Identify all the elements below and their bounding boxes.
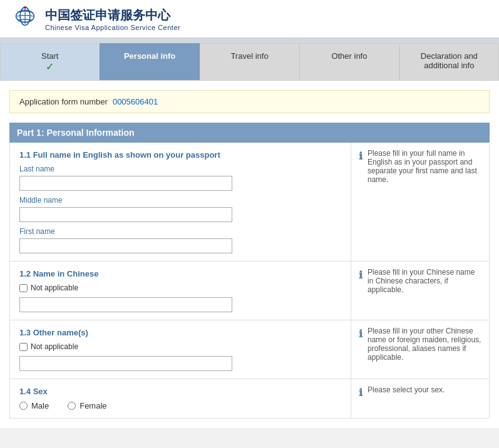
- logo-english: Chinese Visa Application Service Center: [45, 24, 180, 31]
- field-other-names-hint: ℹ Please fill in your other Chinese name…: [351, 320, 489, 379]
- top-separator: [0, 38, 499, 43]
- tab-start-checkmark: ✓: [6, 61, 94, 73]
- info-icon-other-names: ℹ: [359, 328, 363, 372]
- hint-sex-text: Please select your sex.: [368, 385, 445, 412]
- chinese-name-checkbox-label: Not applicable: [31, 283, 78, 292]
- sex-female-item: Female: [68, 401, 106, 410]
- other-names-checkbox-label: Not applicable: [31, 342, 78, 351]
- field-chinese-name-title: 1.2 Name in Chinese: [19, 269, 341, 278]
- page-header: 中国签证申请服务中心 Chinese Visa Application Serv…: [0, 0, 499, 38]
- field-other-names-title: 1.3 Other name(s): [19, 328, 341, 337]
- field-chinese-name-hint: ℹ Please fill in your Chinese name in Ch…: [351, 262, 489, 320]
- label-lastname: Last name: [19, 165, 341, 173]
- app-number-value: 0005606401: [113, 97, 158, 106]
- tab-start-label: Start: [41, 51, 58, 61]
- field-chinese-name-left: 1.2 Name in Chinese Not applicable: [10, 262, 351, 320]
- chinese-name-checkbox[interactable]: [19, 284, 28, 292]
- tab-other-info-label: Other info: [331, 51, 367, 61]
- tab-declaration[interactable]: Declaration and additional info: [399, 43, 499, 80]
- tab-other-info[interactable]: Other info: [299, 43, 399, 80]
- chinese-name-checkbox-row: Not applicable: [19, 283, 341, 292]
- tab-personal-info-label: Personal info: [124, 51, 175, 61]
- logo-icon: [13, 6, 38, 31]
- field-fullname-title: 1.1 Full name in English as shown on you…: [19, 150, 341, 160]
- info-icon-chinese-name: ℹ: [359, 269, 363, 313]
- input-middlename[interactable]: [19, 207, 232, 222]
- tab-start[interactable]: Start ✓: [0, 43, 100, 80]
- field-fullname-left: 1.1 Full name in English as shown on you…: [10, 143, 351, 261]
- input-other-names[interactable]: [19, 356, 232, 371]
- field-sex-left: 1.4 Sex Male Female: [10, 379, 351, 418]
- field-fullname-hint: ℹ Please fill in your full name in Engli…: [351, 143, 489, 261]
- radio-female[interactable]: [68, 402, 76, 410]
- tab-travel-info[interactable]: Travel info: [200, 43, 299, 80]
- hint-other-names-text: Please fill in your other Chinese name o…: [368, 327, 481, 372]
- field-chinese-name-row: 1.2 Name in Chinese Not applicable ℹ Ple…: [10, 262, 489, 320]
- radio-male[interactable]: [19, 402, 28, 410]
- label-female: Female: [80, 401, 106, 410]
- field-other-names-left: 1.3 Other name(s) Not applicable: [10, 320, 351, 379]
- main-content: Application form number 0005606401 Part …: [0, 81, 499, 428]
- field-sex-row: 1.4 Sex Male Female ℹ Please select your…: [10, 379, 489, 418]
- label-middlename: Middle name: [19, 196, 341, 205]
- sex-radio-row: Male Female: [19, 401, 341, 410]
- tab-travel-info-label: Travel info: [230, 51, 268, 61]
- info-icon-sex: ℹ: [359, 387, 363, 412]
- input-lastname[interactable]: [19, 176, 232, 191]
- navigation-tabs: Start ✓ Personal info Travel info Other …: [0, 43, 499, 81]
- field-fullname-row: 1.1 Full name in English as shown on you…: [10, 143, 489, 262]
- hint-chinese-name-text: Please fill in your Chinese name in Chin…: [368, 268, 481, 313]
- info-icon-fullname: ℹ: [359, 150, 363, 255]
- field-sex-title: 1.4 Sex: [19, 387, 341, 396]
- hint-fullname-text: Please fill in your full name in English…: [368, 149, 481, 255]
- sex-male-item: Male: [19, 401, 49, 410]
- tab-declaration-label: Declaration and additional info: [421, 51, 478, 70]
- logo-chinese: 中国签证申请服务中心: [45, 7, 180, 24]
- other-names-checkbox-row: Not applicable: [19, 342, 341, 351]
- tab-personal-info[interactable]: Personal info: [100, 43, 199, 80]
- input-chinese-name[interactable]: [19, 297, 232, 312]
- label-male: Male: [31, 401, 49, 410]
- part1-header: Part 1: Personal Information: [9, 123, 490, 143]
- input-firstname[interactable]: [19, 238, 232, 253]
- app-number-label: Application form number: [19, 97, 108, 106]
- field-sex-hint: ℹ Please select your sex.: [351, 379, 489, 418]
- app-number-banner: Application form number 0005606401: [9, 90, 490, 113]
- field-other-names-row: 1.3 Other name(s) Not applicable ℹ Pleas…: [10, 320, 489, 379]
- logo-text: 中国签证申请服务中心 Chinese Visa Application Serv…: [45, 7, 180, 31]
- part1-form: 1.1 Full name in English as shown on you…: [9, 143, 490, 419]
- other-names-checkbox[interactable]: [19, 343, 28, 351]
- label-firstname: First name: [19, 227, 341, 236]
